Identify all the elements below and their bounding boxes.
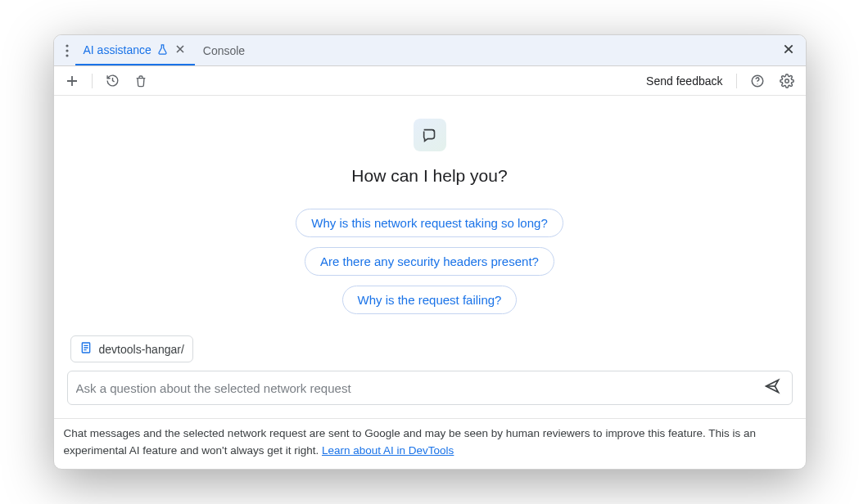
flask-icon <box>156 43 169 56</box>
new-chat-button[interactable] <box>61 71 84 91</box>
suggestion-list: Why is this network request taking so lo… <box>296 209 563 314</box>
send-feedback-link[interactable]: Send feedback <box>641 74 727 88</box>
main-content: How can I help you? Why is this network … <box>54 96 806 418</box>
ai-sparkle-icon <box>414 119 446 151</box>
context-area: devtools-hangar/ <box>67 335 197 371</box>
document-icon <box>79 341 93 357</box>
toolbar: Send feedback <box>54 66 806 96</box>
history-button[interactable] <box>101 70 124 91</box>
tab-label: AI assistance <box>84 43 151 56</box>
page-heading: How can I help you? <box>351 166 507 186</box>
suggestion-chip[interactable]: Are there any security headers present? <box>305 247 554 276</box>
chat-input-row <box>67 371 793 405</box>
footer-disclaimer: Chat messages and the selected network r… <box>54 418 806 469</box>
chat-input[interactable] <box>76 381 761 395</box>
more-vertical-icon[interactable] <box>59 41 75 61</box>
svg-point-5 <box>784 79 789 83</box>
context-chip[interactable]: devtools-hangar/ <box>70 335 193 362</box>
tab-ai-assistance[interactable]: AI assistance <box>75 35 195 65</box>
devtools-panel: AI assistance Console Send feedback <box>53 34 807 470</box>
divider <box>736 74 737 88</box>
help-button[interactable] <box>745 70 770 92</box>
footer-link[interactable]: Learn about AI in DevTools <box>322 444 454 457</box>
context-label: devtools-hangar/ <box>99 343 184 356</box>
tab-console[interactable]: Console <box>195 35 253 65</box>
close-panel-icon[interactable] <box>776 40 801 61</box>
svg-point-0 <box>66 44 68 47</box>
delete-button[interactable] <box>129 71 152 91</box>
suggestion-chip[interactable]: Why is the request failing? <box>342 286 518 314</box>
suggestion-chip[interactable]: Why is this network request taking so lo… <box>296 209 563 237</box>
divider <box>92 74 93 88</box>
send-button[interactable] <box>761 375 784 401</box>
close-tab-icon[interactable] <box>174 42 187 58</box>
settings-button[interactable] <box>775 70 799 92</box>
svg-point-1 <box>66 49 68 52</box>
tab-label: Console <box>203 44 245 57</box>
svg-point-4 <box>757 83 757 84</box>
tab-strip: AI assistance Console <box>54 35 806 66</box>
svg-point-2 <box>66 54 68 56</box>
